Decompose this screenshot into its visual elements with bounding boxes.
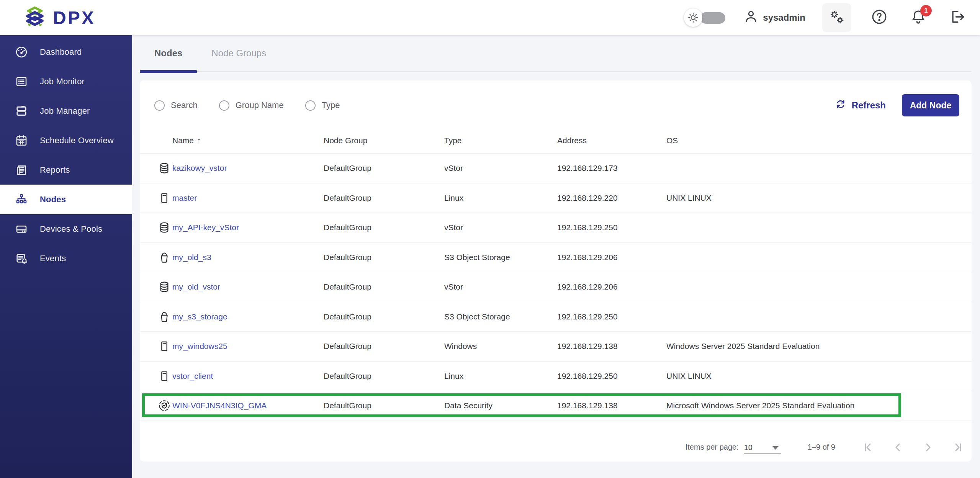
items-per-page-select[interactable]: 10 [744, 441, 781, 454]
username: sysadmin [763, 12, 805, 23]
filter-radio-search[interactable]: Search [154, 100, 198, 111]
node-type-cell: Linux [444, 372, 557, 381]
node-group-cell: DefaultGroup [324, 282, 444, 291]
node-type-cell: S3 Object Storage [444, 312, 557, 321]
sidebar-nav: Dashboard Job Monitor Job Manager Schedu… [0, 35, 132, 478]
node-address-cell: 192.168.129.250 [557, 223, 666, 232]
schedule-icon [15, 134, 28, 147]
reports-icon [15, 163, 28, 177]
node-name-link[interactable]: my_windows25 [172, 342, 227, 350]
logout-icon [949, 8, 966, 27]
node-address-cell: 192.168.129.250 [557, 312, 666, 321]
app-logo: DPX [0, 5, 95, 30]
node-address-cell: 192.168.129.138 [557, 342, 666, 351]
node-name-link[interactable]: my_API-key_vStor [172, 223, 239, 232]
node-name-cell: my_windows25 [172, 342, 324, 351]
tab-nodes[interactable]: Nodes [140, 35, 197, 72]
node-type-cell: vStor [444, 223, 557, 232]
node-group-cell: DefaultGroup [324, 401, 444, 410]
database-icon [158, 280, 171, 293]
database-icon [158, 221, 171, 234]
node-name-link[interactable]: master [172, 193, 197, 202]
table-row-my-s3-storage: my_s3_storage DefaultGroup S3 Object Sto… [140, 302, 972, 332]
column-header-type[interactable]: Type [444, 136, 557, 145]
help-button[interactable] [868, 7, 890, 29]
node-address-cell: 192.168.129.206 [557, 282, 666, 291]
sidebar-item-job-manager[interactable]: Job Manager [0, 96, 132, 126]
page-range-label: 1–9 of 9 [808, 443, 835, 452]
tab-node-groups[interactable]: Node Groups [197, 35, 281, 72]
node-name-cell: WIN-V0FJNS4N3IQ_GMA [172, 401, 324, 410]
node-name-link[interactable]: my_old_vstor [172, 282, 220, 291]
user-icon [744, 9, 758, 26]
previous-page-button[interactable] [890, 439, 906, 456]
refresh-icon [835, 98, 846, 112]
help-icon [871, 8, 888, 27]
filter-bar: Search Group Name Type Refre [140, 80, 972, 130]
node-name-link[interactable]: WIN-V0FJNS4N3IQ_GMA [172, 401, 267, 410]
user-menu[interactable]: sysadmin [744, 9, 805, 26]
job-monitor-icon [15, 75, 28, 88]
filter-radio-group-name[interactable]: Group Name [219, 100, 284, 111]
filter-radio-type[interactable]: Type [305, 100, 340, 111]
notifications-button[interactable]: 1 [907, 7, 929, 29]
theme-toggle[interactable] [684, 8, 727, 27]
bucket-icon [158, 310, 171, 323]
column-header-name[interactable]: Name ↑ [172, 136, 324, 145]
table-header: Name ↑ Node Group Type Address OS [140, 128, 972, 154]
radio-circle-icon [219, 100, 229, 111]
nodes-panel: Search Group Name Type Refre [140, 80, 972, 462]
column-header-node-group[interactable]: Node Group [324, 136, 444, 145]
node-group-cell: DefaultGroup [324, 193, 444, 203]
job-manager-icon [15, 104, 28, 118]
dpx-stack-logo-icon [23, 5, 47, 30]
column-header-os[interactable]: OS [666, 136, 972, 145]
system-settings-button[interactable] [822, 3, 851, 32]
node-address-cell: 192.168.129.220 [557, 193, 666, 203]
node-name-link[interactable]: my_s3_storage [172, 312, 227, 321]
sidebar-item-reports[interactable]: Reports [0, 155, 132, 185]
last-page-button[interactable] [949, 439, 966, 456]
table-body: kazikowy_vstor DefaultGroup vStor 192.16… [140, 154, 972, 421]
node-name-link[interactable]: kazikowy_vstor [172, 164, 227, 172]
first-page-button[interactable] [860, 439, 877, 456]
bucket-icon [158, 251, 171, 264]
node-name-cell: my_old_s3 [172, 253, 324, 262]
table-row-win-v0fjns4n3iq-gma: WIN-V0FJNS4N3IQ_GMA DefaultGroup Data Se… [140, 391, 972, 421]
table-row-master: master DefaultGroup Linux 192.168.129.22… [140, 183, 972, 213]
devices-icon [15, 222, 28, 236]
sort-ascending-icon: ↑ [197, 136, 201, 145]
node-name-cell: vstor_client [172, 372, 324, 381]
node-name-cell: my_s3_storage [172, 312, 324, 321]
filter-radio-group: Search Group Name Type [140, 100, 340, 111]
file-icon [158, 340, 171, 353]
events-icon [15, 252, 28, 265]
node-address-cell: 192.168.129.138 [557, 401, 666, 410]
sidebar-item-dashboard[interactable]: Dashboard [0, 37, 132, 67]
column-header-address[interactable]: Address [557, 136, 666, 145]
refresh-button[interactable]: Refresh [835, 98, 886, 112]
radio-circle-icon [154, 100, 165, 111]
next-page-button[interactable] [919, 439, 936, 456]
node-name-link[interactable]: my_old_s3 [172, 253, 211, 262]
sidebar-item-job-monitor[interactable]: Job Monitor [0, 67, 132, 96]
node-os-cell: UNIX LINUX [666, 193, 972, 203]
node-name-link[interactable]: vstor_client [172, 372, 213, 380]
node-address-cell: 192.168.129.206 [557, 253, 666, 262]
sidebar-item-devices-pools[interactable]: Devices & Pools [0, 214, 132, 244]
node-group-cell: DefaultGroup [324, 342, 444, 351]
node-type-cell: Windows [444, 342, 557, 351]
sidebar-item-events[interactable]: Events [0, 244, 132, 273]
database-icon [158, 162, 171, 175]
node-os-cell: Microsoft Windows Server 2025 Standard E… [666, 401, 972, 410]
radio-circle-icon [305, 100, 316, 111]
sidebar-item-nodes[interactable]: Nodes [0, 185, 132, 214]
logout-button[interactable] [946, 7, 969, 29]
table-row-vstor-client: vstor_client DefaultGroup Linux 192.168.… [140, 362, 972, 391]
add-node-button[interactable]: Add Node [902, 94, 959, 116]
dashboard-icon [15, 45, 28, 59]
node-name-cell: master [172, 193, 324, 203]
sidebar-item-schedule-overview[interactable]: Schedule Overview [0, 126, 132, 155]
file-icon [158, 192, 171, 205]
table-row-my-windows25: my_windows25 DefaultGroup Windows 192.16… [140, 332, 972, 362]
